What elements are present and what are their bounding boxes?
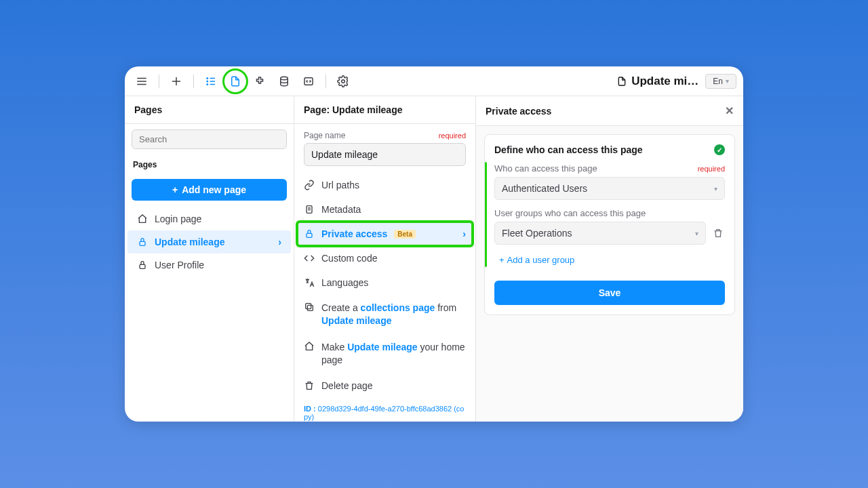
- lock-icon: [137, 260, 148, 270]
- svg-point-3: [281, 77, 288, 80]
- page-item-label: Update mileage: [155, 237, 224, 247]
- page-config-title: Page: Update mileage: [304, 104, 403, 115]
- lock-icon: [304, 228, 315, 239]
- add-page-button[interactable]: + Add new page: [132, 179, 287, 201]
- svg-rect-10: [307, 305, 313, 310]
- config-languages[interactable]: Languages: [294, 270, 475, 295]
- page-name-input[interactable]: [304, 143, 466, 166]
- access-card: Define who can access this page Who can …: [484, 134, 735, 315]
- topbar-left: [132, 71, 353, 92]
- save-label: Save: [599, 287, 621, 298]
- page-item-label: Login page: [155, 214, 201, 224]
- link-icon: [304, 180, 315, 190]
- check-icon: [714, 144, 725, 155]
- config-private-access[interactable]: Private access Beta ›: [297, 222, 473, 246]
- page-item-label: User Profile: [155, 260, 204, 270]
- page-name-label-text: Page name: [304, 131, 345, 140]
- svg-rect-6: [140, 241, 145, 245]
- page-icon[interactable]: [225, 71, 245, 92]
- config-label: Create a collections page from Update mi…: [321, 302, 466, 327]
- copy-icon: [304, 302, 315, 312]
- page-config-header: Page: Update mileage: [294, 96, 475, 124]
- config-label: Make Update mileage your home page: [321, 341, 466, 367]
- svg-point-0: [207, 77, 208, 79]
- delete-group-button[interactable]: [711, 226, 725, 240]
- private-access-header: Private access ✕: [476, 96, 743, 126]
- chevron-right-icon: ›: [278, 237, 281, 247]
- group-select[interactable]: Fleet Operations ▾: [494, 222, 706, 245]
- config-make-homepage[interactable]: Make Update mileage your home page: [294, 334, 475, 373]
- list-icon[interactable]: [201, 71, 221, 92]
- chevron-down-icon: ▾: [695, 230, 698, 237]
- card-title-text: Define who can access this page: [494, 144, 643, 155]
- save-button[interactable]: Save: [494, 281, 725, 305]
- groups-label-text: User groups who can access this page: [494, 208, 646, 218]
- page-id: ID : 0298d329-4dfd-49fe-a270-bffc68ad386…: [294, 398, 475, 422]
- accent-bar: [485, 162, 487, 267]
- required-badge: required: [698, 165, 725, 173]
- svg-rect-11: [306, 304, 311, 309]
- config-label: Custom code: [321, 253, 377, 264]
- config-label: Metadata: [321, 204, 361, 215]
- private-access-title: Private access: [486, 106, 551, 117]
- close-icon[interactable]: ✕: [725, 104, 734, 117]
- home-icon: [304, 341, 315, 352]
- id-label: ID :: [304, 405, 318, 413]
- svg-rect-4: [304, 77, 313, 85]
- gear-icon[interactable]: [333, 71, 353, 92]
- toolbar-divider: [193, 75, 194, 88]
- lock-icon: [137, 237, 148, 247]
- config-delete-page[interactable]: Delete page: [294, 373, 475, 398]
- pages-panel-title: Pages: [134, 104, 162, 115]
- who-access-select[interactable]: Authenticated Users ▾: [494, 177, 725, 200]
- plugin-icon[interactable]: [250, 71, 270, 92]
- config-custom-code[interactable]: Custom code: [294, 246, 475, 270]
- database-icon[interactable]: [274, 71, 294, 92]
- page-icon: [616, 76, 627, 87]
- code-icon: [304, 253, 315, 264]
- add-icon[interactable]: [166, 71, 186, 92]
- toolbar-divider: [326, 75, 326, 88]
- svg-rect-7: [140, 264, 145, 268]
- search-input[interactable]: [132, 129, 287, 149]
- menu-icon[interactable]: [132, 71, 152, 92]
- required-badge: required: [439, 131, 466, 140]
- search-wrap: [125, 124, 294, 155]
- who-label-text: Who can access this page: [494, 163, 597, 174]
- config-label: Url paths: [321, 180, 359, 190]
- code-block-icon[interactable]: [298, 71, 319, 92]
- config-collections[interactable]: Create a collections page from Update mi…: [294, 295, 475, 334]
- page-item-login[interactable]: Login page: [127, 207, 291, 230]
- add-group-button[interactable]: + Add a user group: [494, 251, 579, 268]
- home-icon: [137, 214, 148, 224]
- svg-rect-9: [307, 233, 312, 237]
- toolbar-divider: [159, 75, 159, 88]
- app-window: Update mi… En ▾ Pages Pages + Add new pa…: [125, 66, 743, 422]
- pages-section-title: Pages: [125, 155, 294, 175]
- page-item-user-profile[interactable]: User Profile: [127, 253, 291, 277]
- config-label: Languages: [321, 277, 368, 288]
- who-access-value: Authenticated Users: [502, 183, 587, 194]
- page-name-label: Page name required: [294, 124, 475, 143]
- who-access-label: Who can access this page required: [494, 163, 725, 174]
- private-access-panel: Private access ✕ Define who can access t…: [476, 96, 743, 422]
- beta-badge: Beta: [394, 230, 416, 239]
- topbar-right: Update mi… En ▾: [616, 74, 736, 89]
- page-item-update-mileage[interactable]: Update mileage ›: [127, 230, 291, 253]
- chevron-down-icon: ▾: [726, 77, 729, 85]
- config-metadata[interactable]: Metadata: [294, 197, 475, 222]
- pages-panel-header: Pages: [125, 96, 294, 124]
- translate-icon: [304, 277, 315, 288]
- trash-icon: [713, 228, 724, 239]
- svg-point-2: [207, 83, 208, 85]
- group-value: Fleet Operations: [502, 228, 572, 239]
- language-selector[interactable]: En ▾: [705, 74, 736, 89]
- config-url-paths[interactable]: Url paths: [294, 173, 475, 197]
- card-title: Define who can access this page: [494, 144, 725, 155]
- id-value[interactable]: 0298d329-4dfd-49fe-a270-bffc68ad3862: [318, 405, 452, 413]
- title-text: Update mi…: [631, 75, 698, 88]
- chevron-right-icon: ›: [462, 228, 466, 239]
- groups-label: User groups who can access this page: [494, 208, 725, 218]
- add-group-label: Add a user group: [507, 255, 575, 265]
- page-config-panel: Page: Update mileage Page name required …: [294, 96, 476, 422]
